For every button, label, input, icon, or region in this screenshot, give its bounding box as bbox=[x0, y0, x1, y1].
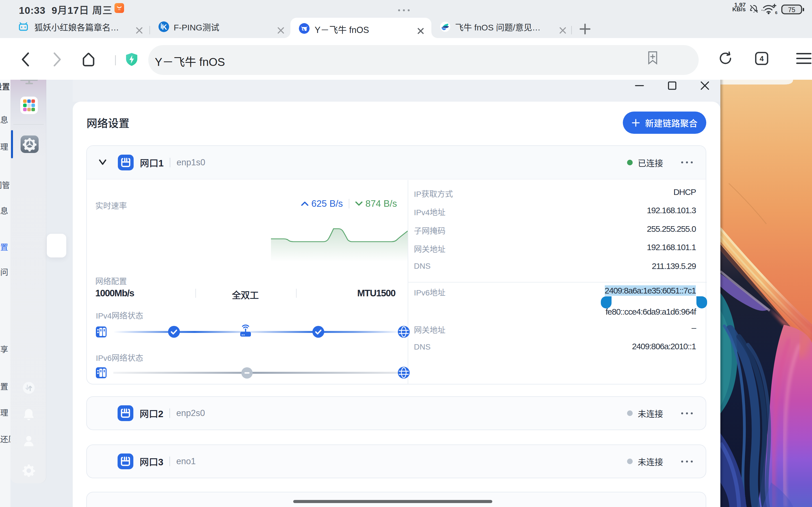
svg-text:K: K bbox=[162, 23, 167, 31]
svg-text:mi: mi bbox=[118, 8, 120, 10]
svg-text:75: 75 bbox=[788, 6, 795, 13]
svg-text:6: 6 bbox=[775, 10, 777, 15]
svg-text:4: 4 bbox=[760, 54, 764, 63]
